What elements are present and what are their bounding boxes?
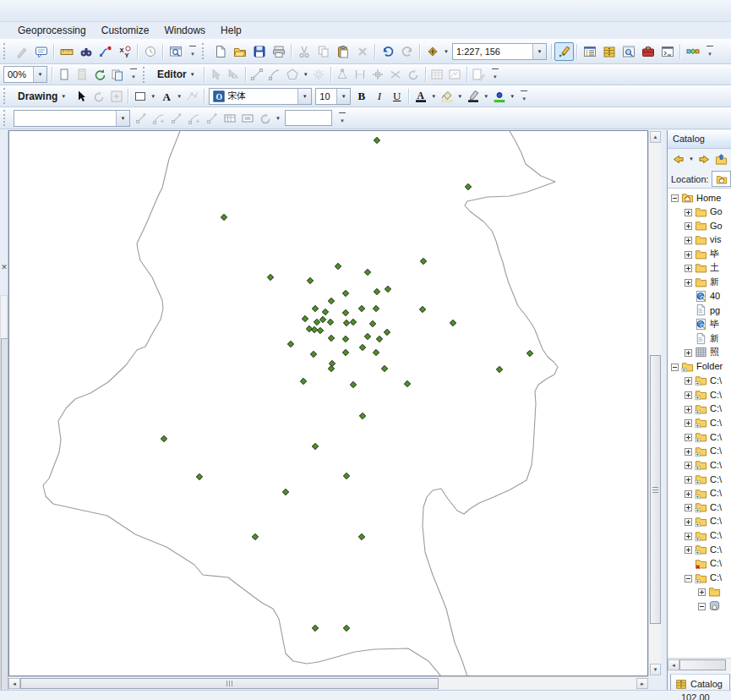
measure-icon[interactable]: [57, 42, 76, 61]
map-vertical-scrollbar[interactable]: ▲ ▼: [648, 130, 661, 676]
map-view[interactable]: [8, 130, 648, 676]
font-combo-dropdown-icon[interactable]: ▼: [297, 89, 311, 104]
tree-item-[interactable]: 照: [685, 345, 719, 359]
point-feature[interactable]: [327, 319, 333, 325]
point-feature[interactable]: [196, 473, 202, 479]
point-feature[interactable]: [335, 263, 341, 269]
toc-vertical-scrollbar[interactable]: [0, 295, 8, 700]
map-canvas[interactable]: [9, 131, 647, 675]
menu-help[interactable]: Help: [213, 23, 249, 38]
point-feature[interactable]: [358, 533, 364, 539]
cogo-report-icon[interactable]: [221, 110, 238, 127]
map-scale-combo[interactable]: 1:227, 156▼: [452, 43, 547, 60]
font-combo[interactable]: 宋体▼: [209, 88, 312, 105]
constraint-combo[interactable]: ▼: [14, 110, 130, 127]
font-color-icon[interactable]: [412, 88, 429, 105]
toolbar-grip[interactable]: [202, 43, 207, 59]
point-feature[interactable]: [306, 325, 312, 331]
point-feature[interactable]: [312, 625, 318, 631]
font-color-icon-dropdown[interactable]: ▼: [429, 88, 438, 105]
point-feature[interactable]: [404, 380, 410, 386]
tree-item-[interactable]: 毕: [685, 247, 719, 261]
toolbar-overflow-icon[interactable]: ▼: [337, 110, 347, 127]
collapse-icon[interactable]: [698, 602, 706, 610]
point-feature[interactable]: [307, 277, 313, 283]
collapse-icon[interactable]: [685, 574, 692, 582]
point-feature[interactable]: [302, 315, 308, 321]
point-feature[interactable]: [384, 329, 390, 335]
point-feature[interactable]: [287, 341, 293, 347]
marker-color-icon-dropdown[interactable]: ▼: [508, 88, 516, 105]
line-color-icon[interactable]: [464, 88, 482, 105]
zoom-whole-page-icon[interactable]: [55, 66, 73, 83]
select-elements-icon[interactable]: [72, 88, 90, 105]
tree-item-c[interactable]: C:\: [685, 429, 722, 444]
angle-input[interactable]: [285, 110, 332, 126]
scrollbar-thumb[interactable]: [20, 678, 439, 689]
scrollbar-thumb[interactable]: [1, 338, 8, 700]
expand-icon[interactable]: [685, 418, 692, 426]
point-feature[interactable]: [376, 336, 382, 342]
font-size-combo[interactable]: 10▼: [315, 88, 351, 105]
modelbuilder-icon[interactable]: [683, 42, 702, 61]
menu-customize[interactable]: Customize: [94, 23, 157, 38]
tree-item-c[interactable]: C:\: [685, 528, 722, 543]
expand-icon[interactable]: [685, 348, 692, 356]
point-feature[interactable]: [252, 533, 258, 539]
constraint-combo-dropdown-icon[interactable]: ▼: [116, 111, 129, 126]
tree-item-40[interactable]: 40: [685, 289, 720, 304]
toolbar-overflow-icon[interactable]: ▼: [188, 43, 198, 60]
location-combo[interactable]: H: [712, 171, 731, 187]
point-feature[interactable]: [311, 326, 317, 332]
tree-item-c[interactable]: C:\: [685, 514, 722, 528]
point-feature[interactable]: [374, 137, 379, 143]
tree-item-go[interactable]: Go: [685, 205, 723, 219]
point-feature[interactable]: [381, 365, 387, 371]
point-feature[interactable]: [358, 305, 364, 311]
catalog-horizontal-scrollbar[interactable]: ◄: [668, 658, 731, 670]
expand-icon[interactable]: [685, 545, 692, 553]
point-feature[interactable]: [342, 290, 348, 296]
point-feature[interactable]: [267, 274, 273, 280]
expand-icon[interactable]: [685, 405, 692, 413]
zoom-percent-combo[interactable]: 00%▼: [3, 66, 47, 83]
save-icon[interactable]: [249, 42, 269, 61]
paste-icon[interactable]: [333, 42, 352, 61]
point-feature[interactable]: [312, 305, 318, 311]
tree-item-c[interactable]: C:\: [685, 444, 722, 458]
point-feature[interactable]: [343, 473, 349, 479]
point-feature[interactable]: [373, 305, 379, 311]
point-feature[interactable]: [314, 319, 319, 325]
toolbar-overflow-icon[interactable]: ▼: [128, 66, 139, 83]
point-feature[interactable]: [359, 413, 365, 418]
refresh-view-icon[interactable]: [90, 66, 108, 83]
point-feature[interactable]: [221, 214, 226, 220]
point-feature[interactable]: [385, 286, 390, 292]
tree-item-c[interactable]: C:\: [685, 571, 722, 585]
tree-item[interactable]: [698, 584, 723, 599]
point-feature[interactable]: [359, 344, 365, 350]
underline-button[interactable]: U: [388, 88, 406, 105]
point-feature[interactable]: [364, 269, 370, 275]
tree-item-[interactable]: 土: [685, 260, 719, 275]
toolbar-overflow-icon[interactable]: ▼: [519, 88, 529, 105]
toolbar-grip[interactable]: [3, 110, 8, 126]
find-route-icon[interactable]: [95, 42, 115, 61]
point-feature[interactable]: [420, 258, 426, 264]
point-feature[interactable]: [343, 320, 349, 325]
tree-item-folder[interactable]: Folder: [671, 359, 723, 374]
point-feature[interactable]: [342, 336, 348, 342]
drawing-menu[interactable]: Drawing▼: [12, 90, 72, 102]
tree-item-[interactable]: 新: [685, 331, 719, 346]
italic-button[interactable]: I: [370, 88, 388, 105]
bold-button[interactable]: B: [352, 88, 370, 105]
scroll-left-icon[interactable]: ◄: [8, 678, 20, 689]
tree-item-[interactable]: 新: [685, 275, 719, 289]
python-window-icon[interactable]: [657, 42, 677, 61]
collapse-icon[interactable]: [671, 363, 679, 370]
point-feature[interactable]: [342, 349, 348, 355]
expand-icon[interactable]: [685, 503, 692, 511]
point-feature[interactable]: [322, 309, 328, 314]
expand-icon[interactable]: [685, 447, 692, 455]
fill-color-icon-dropdown[interactable]: ▼: [456, 88, 464, 105]
